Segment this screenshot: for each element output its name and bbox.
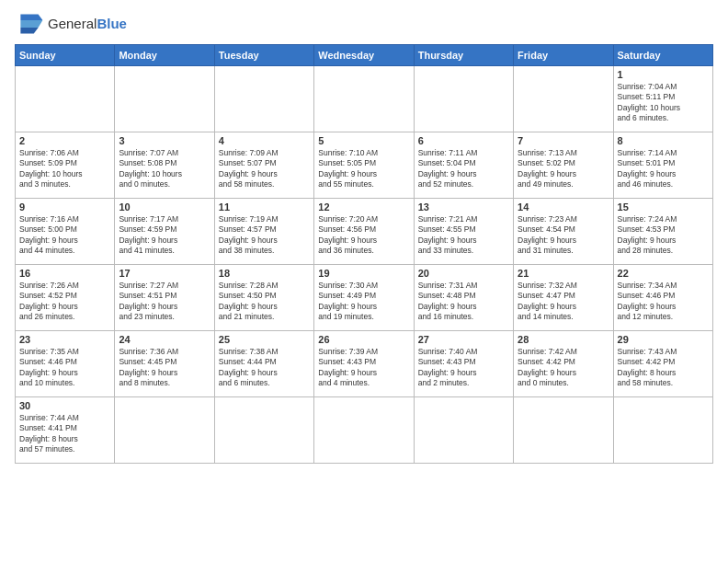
calendar-cell bbox=[214, 397, 313, 464]
calendar-week-3: 9Sunrise: 7:16 AM Sunset: 5:00 PM Daylig… bbox=[16, 199, 713, 265]
day-info: Sunrise: 7:04 AM Sunset: 5:11 PM Dayligh… bbox=[618, 82, 709, 124]
day-info: Sunrise: 7:16 AM Sunset: 5:00 PM Dayligh… bbox=[19, 214, 110, 257]
weekday-header-sunday: Sunday bbox=[16, 45, 115, 66]
day-number: 11 bbox=[219, 201, 310, 213]
calendar-cell: 21Sunrise: 7:32 AM Sunset: 4:47 PM Dayli… bbox=[514, 265, 613, 331]
calendar-cell: 1Sunrise: 7:04 AM Sunset: 5:11 PM Daylig… bbox=[613, 66, 712, 132]
logo: GeneralBlue bbox=[15, 11, 127, 37]
weekday-header-monday: Monday bbox=[115, 45, 214, 66]
calendar-cell: 23Sunrise: 7:35 AM Sunset: 4:46 PM Dayli… bbox=[16, 331, 115, 397]
weekday-header-tuesday: Tuesday bbox=[214, 45, 313, 66]
day-info: Sunrise: 7:23 AM Sunset: 4:54 PM Dayligh… bbox=[518, 214, 609, 257]
day-info: Sunrise: 7:14 AM Sunset: 5:01 PM Dayligh… bbox=[618, 148, 709, 190]
calendar-cell bbox=[314, 397, 414, 464]
calendar-week-1: 1Sunrise: 7:04 AM Sunset: 5:11 PM Daylig… bbox=[16, 66, 713, 132]
weekday-header-wednesday: Wednesday bbox=[314, 45, 414, 66]
calendar-cell: 13Sunrise: 7:21 AM Sunset: 4:55 PM Dayli… bbox=[414, 199, 513, 265]
day-number: 6 bbox=[418, 135, 509, 146]
day-number: 1 bbox=[618, 69, 709, 80]
calendar-week-4: 16Sunrise: 7:26 AM Sunset: 4:52 PM Dayli… bbox=[16, 265, 713, 331]
calendar-cell: 12Sunrise: 7:20 AM Sunset: 4:56 PM Dayli… bbox=[314, 199, 414, 265]
weekday-header-row: SundayMondayTuesdayWednesdayThursdayFrid… bbox=[16, 45, 713, 66]
day-info: Sunrise: 7:34 AM Sunset: 4:46 PM Dayligh… bbox=[618, 281, 709, 323]
calendar-cell: 4Sunrise: 7:09 AM Sunset: 5:07 PM Daylig… bbox=[214, 132, 313, 199]
svg-marker-2 bbox=[20, 28, 38, 33]
day-number: 4 bbox=[219, 135, 310, 146]
day-info: Sunrise: 7:19 AM Sunset: 4:57 PM Dayligh… bbox=[219, 214, 310, 257]
calendar-cell: 28Sunrise: 7:42 AM Sunset: 4:42 PM Dayli… bbox=[514, 331, 613, 397]
day-info: Sunrise: 7:21 AM Sunset: 4:55 PM Dayligh… bbox=[418, 214, 509, 257]
calendar-cell: 19Sunrise: 7:30 AM Sunset: 4:49 PM Dayli… bbox=[314, 265, 414, 331]
calendar-cell: 26Sunrise: 7:39 AM Sunset: 4:43 PM Dayli… bbox=[314, 331, 414, 397]
day-number: 14 bbox=[518, 201, 609, 213]
day-number: 23 bbox=[19, 334, 110, 345]
calendar-cell bbox=[214, 66, 313, 132]
day-number: 22 bbox=[618, 268, 709, 279]
day-number: 8 bbox=[618, 135, 709, 146]
calendar-cell: 11Sunrise: 7:19 AM Sunset: 4:57 PM Dayli… bbox=[214, 199, 313, 265]
day-info: Sunrise: 7:39 AM Sunset: 4:43 PM Dayligh… bbox=[318, 347, 409, 389]
calendar-cell: 25Sunrise: 7:38 AM Sunset: 4:44 PM Dayli… bbox=[214, 331, 313, 397]
calendar-cell: 24Sunrise: 7:36 AM Sunset: 4:45 PM Dayli… bbox=[115, 331, 214, 397]
weekday-header-friday: Friday bbox=[514, 45, 613, 66]
calendar-cell bbox=[613, 397, 712, 464]
calendar-cell bbox=[414, 397, 513, 464]
general-blue-logo-icon bbox=[15, 11, 44, 37]
calendar-cell bbox=[414, 66, 513, 132]
calendar-cell bbox=[314, 66, 414, 132]
day-info: Sunrise: 7:28 AM Sunset: 4:50 PM Dayligh… bbox=[219, 281, 310, 323]
svg-marker-0 bbox=[20, 15, 42, 20]
day-number: 29 bbox=[618, 334, 709, 345]
day-info: Sunrise: 7:27 AM Sunset: 4:51 PM Dayligh… bbox=[119, 281, 210, 323]
calendar-cell: 8Sunrise: 7:14 AM Sunset: 5:01 PM Daylig… bbox=[613, 132, 712, 199]
calendar-week-2: 2Sunrise: 7:06 AM Sunset: 5:09 PM Daylig… bbox=[16, 132, 713, 199]
day-number: 19 bbox=[318, 268, 409, 279]
weekday-header-thursday: Thursday bbox=[414, 45, 513, 66]
page: GeneralBlue SundayMondayTuesdayWednesday… bbox=[0, 0, 728, 563]
calendar-cell: 9Sunrise: 7:16 AM Sunset: 5:00 PM Daylig… bbox=[16, 199, 115, 265]
calendar-table: SundayMondayTuesdayWednesdayThursdayFrid… bbox=[15, 44, 713, 464]
day-info: Sunrise: 7:38 AM Sunset: 4:44 PM Dayligh… bbox=[219, 347, 310, 389]
day-number: 10 bbox=[119, 201, 210, 213]
day-info: Sunrise: 7:10 AM Sunset: 5:05 PM Dayligh… bbox=[318, 148, 409, 190]
weekday-header-saturday: Saturday bbox=[613, 45, 712, 66]
calendar-cell bbox=[115, 66, 214, 132]
calendar-cell: 6Sunrise: 7:11 AM Sunset: 5:04 PM Daylig… bbox=[414, 132, 513, 199]
day-number: 9 bbox=[19, 201, 110, 213]
day-info: Sunrise: 7:35 AM Sunset: 4:46 PM Dayligh… bbox=[19, 347, 110, 389]
calendar-cell: 29Sunrise: 7:43 AM Sunset: 4:42 PM Dayli… bbox=[613, 331, 712, 397]
day-info: Sunrise: 7:13 AM Sunset: 5:02 PM Dayligh… bbox=[518, 148, 609, 190]
calendar-cell: 20Sunrise: 7:31 AM Sunset: 4:48 PM Dayli… bbox=[414, 265, 513, 331]
day-number: 28 bbox=[518, 334, 609, 345]
day-number: 24 bbox=[119, 334, 210, 345]
calendar-week-5: 23Sunrise: 7:35 AM Sunset: 4:46 PM Dayli… bbox=[16, 331, 713, 397]
calendar-cell bbox=[514, 66, 613, 132]
calendar-cell: 7Sunrise: 7:13 AM Sunset: 5:02 PM Daylig… bbox=[514, 132, 613, 199]
day-info: Sunrise: 7:32 AM Sunset: 4:47 PM Dayligh… bbox=[518, 281, 609, 323]
day-number: 5 bbox=[318, 135, 409, 146]
day-info: Sunrise: 7:09 AM Sunset: 5:07 PM Dayligh… bbox=[219, 148, 310, 190]
day-number: 25 bbox=[219, 334, 310, 345]
calendar-cell: 18Sunrise: 7:28 AM Sunset: 4:50 PM Dayli… bbox=[214, 265, 313, 331]
day-info: Sunrise: 7:24 AM Sunset: 4:53 PM Dayligh… bbox=[618, 214, 709, 257]
calendar-cell: 3Sunrise: 7:07 AM Sunset: 5:08 PM Daylig… bbox=[115, 132, 214, 199]
day-number: 20 bbox=[418, 268, 509, 279]
calendar-cell: 17Sunrise: 7:27 AM Sunset: 4:51 PM Dayli… bbox=[115, 265, 214, 331]
calendar-cell bbox=[514, 397, 613, 464]
calendar-cell: 10Sunrise: 7:17 AM Sunset: 4:59 PM Dayli… bbox=[115, 199, 214, 265]
calendar-cell: 22Sunrise: 7:34 AM Sunset: 4:46 PM Dayli… bbox=[613, 265, 712, 331]
day-info: Sunrise: 7:20 AM Sunset: 4:56 PM Dayligh… bbox=[318, 214, 409, 257]
day-number: 17 bbox=[119, 268, 210, 279]
calendar-cell: 5Sunrise: 7:10 AM Sunset: 5:05 PM Daylig… bbox=[314, 132, 414, 199]
calendar-week-6: 30Sunrise: 7:44 AM Sunset: 4:41 PM Dayli… bbox=[16, 397, 713, 464]
day-info: Sunrise: 7:44 AM Sunset: 4:41 PM Dayligh… bbox=[19, 413, 110, 455]
day-number: 26 bbox=[318, 334, 409, 345]
day-info: Sunrise: 7:26 AM Sunset: 4:52 PM Dayligh… bbox=[19, 281, 110, 323]
day-info: Sunrise: 7:11 AM Sunset: 5:04 PM Dayligh… bbox=[418, 148, 509, 190]
day-number: 3 bbox=[119, 135, 210, 146]
calendar-cell: 2Sunrise: 7:06 AM Sunset: 5:09 PM Daylig… bbox=[16, 132, 115, 199]
day-number: 13 bbox=[418, 201, 509, 213]
day-info: Sunrise: 7:30 AM Sunset: 4:49 PM Dayligh… bbox=[318, 281, 409, 323]
day-info: Sunrise: 7:36 AM Sunset: 4:45 PM Dayligh… bbox=[119, 347, 210, 389]
day-number: 30 bbox=[19, 400, 110, 411]
